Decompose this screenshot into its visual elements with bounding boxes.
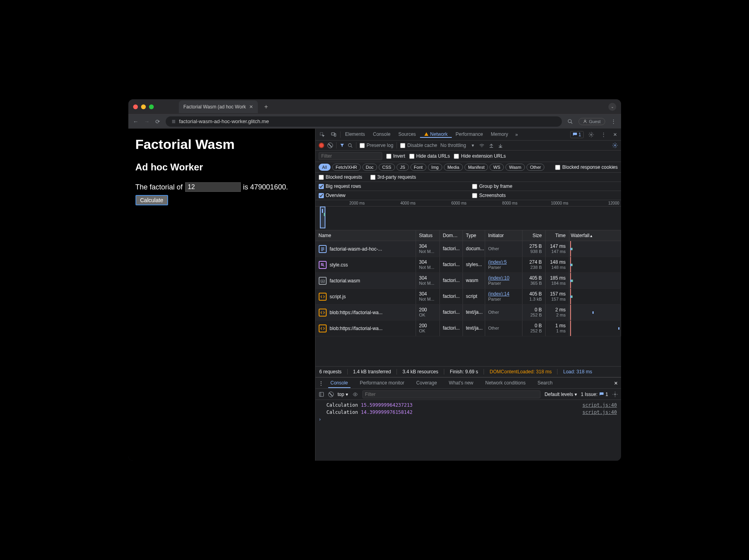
window-minimize-button[interactable] <box>141 104 146 109</box>
group-frame-checkbox[interactable]: Group by frame <box>472 183 512 189</box>
console-filter-input[interactable] <box>362 390 541 398</box>
devtools-tab-memory[interactable]: Memory <box>487 131 512 137</box>
devtools-tab-elements[interactable]: Elements <box>341 131 369 137</box>
blocked-requests-checkbox[interactable]: Blocked requests <box>319 174 362 180</box>
console-issues[interactable]: 1 Issue: 1 <box>581 392 608 397</box>
drawer-tab-what's-new[interactable]: What's new <box>447 378 476 388</box>
drawer-tab-performance-monitor[interactable]: Performance monitor <box>358 378 407 388</box>
device-toggle-icon[interactable] <box>328 130 339 139</box>
factorial-input[interactable] <box>185 182 241 192</box>
live-expression-icon[interactable] <box>352 392 358 397</box>
network-filter-input[interactable] <box>319 152 382 160</box>
window-titlebar: Factorial Wasm (ad hoc Work ✕ + ⌄ <box>128 99 621 114</box>
profile-guest-button[interactable]: Guest <box>579 118 605 125</box>
invert-checkbox[interactable]: Invert <box>386 153 405 159</box>
devtools-tab-network[interactable]: Network <box>420 131 452 138</box>
record-button[interactable] <box>319 143 324 148</box>
log-levels-select[interactable]: Default levels ▾ <box>544 392 577 397</box>
file-type-icon <box>319 277 327 285</box>
filter-chip-doc[interactable]: Doc <box>362 164 377 171</box>
filter-chip-js[interactable]: JS <box>397 164 409 171</box>
devtools-tab-performance[interactable]: Performance <box>452 131 487 137</box>
filter-chip-wasm[interactable]: Wasm <box>505 164 525 171</box>
close-tab-icon[interactable]: ✕ <box>249 104 253 110</box>
devtools-tab-sources[interactable]: Sources <box>395 131 420 137</box>
hide-extension-urls-checkbox[interactable]: Hide extension URLs <box>454 153 506 159</box>
drawer-close-icon[interactable]: ✕ <box>614 380 618 386</box>
screenshots-checkbox[interactable]: Screenshots <box>472 193 506 198</box>
clear-console-icon[interactable] <box>328 392 334 397</box>
forward-button[interactable]: → <box>144 118 150 125</box>
filter-chip-all[interactable]: All <box>319 164 331 171</box>
blocked-cookies-checkbox[interactable]: Blocked response cookies <box>555 164 617 170</box>
context-select[interactable]: top ▾ <box>338 392 348 397</box>
network-request-row[interactable]: style.css304Not M...factori...styles...(… <box>315 257 621 273</box>
console-toolbar: top ▾ Default levels ▾ 1 Issue: 1 <box>315 389 621 400</box>
console-settings-icon[interactable] <box>612 392 618 397</box>
more-tabs-icon[interactable]: » <box>513 130 521 139</box>
disable-cache-checkbox[interactable]: Disable cache <box>400 143 437 148</box>
webpage-viewport: Factorial Wasm Ad hoc Worker The factori… <box>128 129 315 461</box>
clear-button[interactable] <box>327 143 333 148</box>
download-icon[interactable] <box>498 143 503 148</box>
filter-chip-fetchxhr[interactable]: Fetch/XHR <box>332 164 361 171</box>
preserve-log-checkbox[interactable]: Preserve log <box>360 143 393 148</box>
browser-tab[interactable]: Factorial Wasm (ad hoc Work ✕ <box>179 100 258 113</box>
network-request-row[interactable]: blob:https://factorial-wa...200OKfactori… <box>315 305 621 321</box>
filter-chip-media[interactable]: Media <box>444 164 463 171</box>
filter-chip-manifest[interactable]: Manifest <box>464 164 488 171</box>
filter-chip-img[interactable]: Img <box>428 164 442 171</box>
dcl-time: DOMContentLoaded: 318 ms <box>490 369 552 375</box>
filter-toggle-icon[interactable] <box>340 143 345 148</box>
wifi-icon[interactable] <box>479 143 485 148</box>
drawer-tab-network-conditions[interactable]: Network conditions <box>483 378 528 388</box>
window-dropdown-icon[interactable]: ⌄ <box>608 103 616 111</box>
upload-icon[interactable] <box>489 143 494 148</box>
throttling-select[interactable]: No throttling ▾ <box>440 143 474 148</box>
settings-gear-icon[interactable] <box>586 130 596 139</box>
console-log-entry[interactable]: Calculation 15.599999964237213script.js:… <box>315 402 621 409</box>
devtools-tab-console[interactable]: Console <box>369 131 395 137</box>
zoom-icon[interactable] <box>567 119 573 124</box>
network-timeline[interactable]: 2000 ms4000 ms6000 ms8000 ms10000 ms1200… <box>315 200 621 230</box>
filter-chip-font[interactable]: Font <box>410 164 426 171</box>
timeline-label: 8000 ms <box>468 201 519 205</box>
drawer-tab-search[interactable]: Search <box>535 378 555 388</box>
hide-data-urls-checkbox[interactable]: Hide data URLs <box>409 153 450 159</box>
search-icon[interactable] <box>348 143 353 148</box>
filter-chip-other[interactable]: Other <box>526 164 545 171</box>
devtools-close-icon[interactable]: ✕ <box>611 130 619 139</box>
network-request-row[interactable]: blob:https://factorial-wa...200OKfactori… <box>315 321 621 336</box>
calculate-button[interactable]: Calculate <box>135 195 168 205</box>
console-log-entry[interactable]: Calculation 14.399999976158142script.js:… <box>315 409 621 416</box>
file-type-icon <box>319 261 327 269</box>
network-request-row[interactable]: factorial-wasm-ad-hoc-...304Not M...fact… <box>315 241 621 257</box>
url-field[interactable]: factorial-wasm-ad-hoc-worker.glitch.me <box>166 116 562 127</box>
third-party-checkbox[interactable]: 3rd-party requests <box>370 174 416 180</box>
drawer-tab-coverage[interactable]: Coverage <box>414 378 439 388</box>
filter-chip-css[interactable]: CSS <box>379 164 395 171</box>
network-table-header[interactable]: Name Status Domain Type Initiator Size T… <box>315 230 621 241</box>
more-menu-icon[interactable]: ⋮ <box>611 118 616 125</box>
issues-button[interactable]: 1 <box>570 131 584 138</box>
window-maximize-button[interactable] <box>149 104 154 109</box>
overview-checkbox[interactable]: Overview <box>319 193 346 198</box>
new-tab-button[interactable]: + <box>261 103 271 110</box>
window-close-button[interactable] <box>133 104 138 109</box>
devtools-more-icon[interactable]: ⋮ <box>599 130 608 139</box>
network-settings-icon[interactable] <box>612 143 618 148</box>
console-body[interactable]: Calculation 15.599999964237213script.js:… <box>315 400 621 461</box>
big-rows-checkbox[interactable]: Big request rows <box>319 183 361 189</box>
sidebar-toggle-icon[interactable] <box>319 392 324 397</box>
devtools-drawer: ⋮ ConsolePerformance monitorCoverageWhat… <box>315 377 621 461</box>
network-request-row[interactable]: factorial.wasm304Not M...factori...wasm(… <box>315 273 621 289</box>
site-settings-icon <box>171 119 176 124</box>
drawer-tab-console[interactable]: Console <box>328 378 350 388</box>
drawer-more-icon[interactable]: ⋮ <box>319 380 323 386</box>
reload-button[interactable]: ⟳ <box>155 118 160 125</box>
network-request-row[interactable]: script.js304Not M...factori...script(ind… <box>315 289 621 305</box>
filter-chip-ws[interactable]: WS <box>490 164 504 171</box>
back-button[interactable]: ← <box>133 118 139 125</box>
console-prompt-icon[interactable]: › <box>315 416 621 423</box>
element-picker-icon[interactable] <box>317 130 327 139</box>
